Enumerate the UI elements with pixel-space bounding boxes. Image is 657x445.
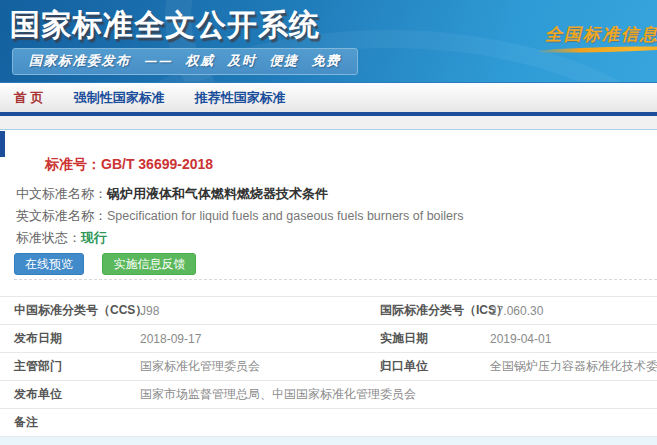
competent-dept-value: 国家标准化管理委员会 xyxy=(140,358,380,375)
action-buttons: 在线预览 实施信息反馈 xyxy=(14,253,657,275)
field-english-name: 英文标准名称：Specification for liquid fuels an… xyxy=(16,205,657,227)
feedback-button[interactable]: 实施信息反馈 xyxy=(102,253,196,275)
publish-date-label: 发布日期 xyxy=(14,330,140,347)
implement-date-label: 实施日期 xyxy=(380,330,490,347)
platform-banner-text: 全国标准信息公 xyxy=(545,23,657,46)
table-row: 中国标准分类号（CCS） J98 国际标准分类号（ICS） 27.060.30 xyxy=(0,296,657,324)
implement-date-value: 2019-04-01 xyxy=(490,332,657,346)
field-chinese-name: 中文标准名称：锅炉用液体和气体燃料燃烧器技术条件 xyxy=(16,183,657,205)
banner-underline-swoosh xyxy=(538,45,657,54)
standard-detail-panel: 标准号：GB/T 36699-2018 中文标准名称：锅炉用液体和气体燃料燃烧器… xyxy=(0,129,657,444)
table-row: 发布单位 国家市场监督管理总局、中国国家标准化管理委员会 xyxy=(0,380,657,408)
ics-value: 27.060.30 xyxy=(490,304,657,318)
standard-info-fields: 中文标准名称：锅炉用液体和气体燃料燃烧器技术条件 英文标准名称：Specific… xyxy=(16,183,657,249)
standard-number-value: GB/T 36699-2018 xyxy=(101,156,213,172)
online-preview-button[interactable]: 在线预览 xyxy=(14,253,84,275)
table-row: 主管部门 国家标准化管理委员会 归口单位 全国锅炉压力容器标准化技术委员会 xyxy=(0,352,657,380)
nav-item-home[interactable]: 首 页 xyxy=(14,83,44,112)
issuing-unit-value: 国家市场监督管理总局、中国国家标准化管理委员会 xyxy=(140,386,657,403)
competent-dept-label: 主管部门 xyxy=(14,358,140,375)
status-badge: 现行 xyxy=(81,230,107,245)
site-title: 国家标准全文公开系统 xyxy=(10,5,320,46)
nav-item-recommended-standards[interactable]: 推荐性国家标准 xyxy=(195,83,286,112)
publisher-slogan: 国家标准委发布 —— 权威 及时 便捷 免费 xyxy=(12,48,358,75)
footer-strip xyxy=(0,436,657,445)
ics-label: 国际标准分类号（ICS） xyxy=(380,302,490,319)
ccs-value: J98 xyxy=(140,304,380,318)
table-row: 备注 xyxy=(0,408,657,436)
details-table: 中国标准分类号（CCS） J98 国际标准分类号（ICS） 27.060.30 … xyxy=(0,296,657,436)
left-accent-notch xyxy=(0,131,5,157)
centralized-unit-label: 归口单位 xyxy=(380,358,490,375)
site-header: 国家标准全文公开系统 国家标准委发布 —— 权威 及时 便捷 免费 全国标准信息… xyxy=(0,0,657,82)
dashed-divider xyxy=(14,279,657,280)
english-name-value: Specification for liquid fuels and gaseo… xyxy=(107,209,463,223)
issuing-unit-label: 发布单位 xyxy=(14,386,140,403)
english-name-label: 英文标准名称： xyxy=(16,208,107,223)
table-row: 发布日期 2018-09-17 实施日期 2019-04-01 xyxy=(0,324,657,352)
ccs-label: 中国标准分类号（CCS） xyxy=(14,302,140,319)
standard-number-label: 标准号： xyxy=(45,156,101,172)
status-label: 标准状态： xyxy=(16,230,81,245)
centralized-unit-value: 全国锅炉压力容器标准化技术委员会 xyxy=(490,358,657,375)
nav-item-mandatory-standards[interactable]: 强制性国家标准 xyxy=(74,83,165,112)
publish-date-value: 2018-09-17 xyxy=(140,332,380,346)
standard-number-line: 标准号：GB/T 36699-2018 xyxy=(45,156,657,173)
chinese-name-value: 锅炉用液体和气体燃料燃烧器技术条件 xyxy=(107,186,328,201)
field-status: 标准状态：现行 xyxy=(16,227,657,249)
gap-strip xyxy=(0,116,657,129)
main-nav: 首 页 强制性国家标准 推荐性国家标准 xyxy=(0,82,657,112)
chinese-name-label: 中文标准名称： xyxy=(16,186,107,201)
remarks-label: 备注 xyxy=(14,414,140,431)
